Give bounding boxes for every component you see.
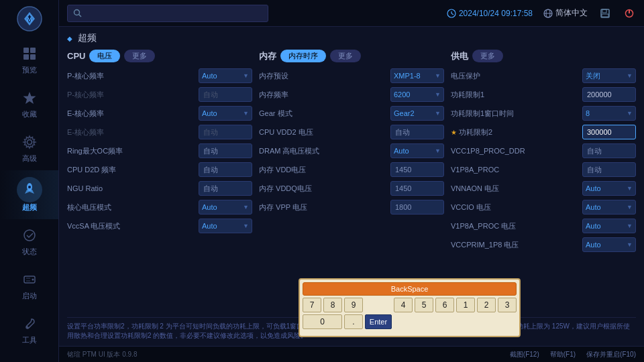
svg-text:M: M [27, 16, 32, 23]
table-row: Gear 模式 Gear2▼ [259, 105, 444, 121]
row-label: CPU VDD2 电压 [259, 127, 386, 137]
numpad-key-0[interactable]: 0 [303, 314, 342, 329]
sidebar-item-preview[interactable]: 预览 [0, 38, 58, 82]
mem-timing-btn[interactable]: 内存时序 [280, 50, 326, 62]
sidebar-item-label: 启动 [22, 291, 37, 301]
numpad-enter-btn[interactable]: Enter [365, 314, 392, 329]
screenshot-btn[interactable]: 截图(F12) [510, 350, 539, 359]
svg-rect-27 [602, 14, 608, 17]
power-more-btn[interactable]: 更多 [472, 50, 503, 62]
help-btn[interactable]: 帮助(F1) [550, 350, 576, 359]
table-row: 内存频率 6200▼ [259, 86, 444, 103]
vccprim-select[interactable]: Auto▼ [582, 237, 636, 252]
sidebar-item-overclock[interactable]: 超频 [0, 170, 58, 219]
star-icon [20, 88, 39, 107]
table-row: V1P8A_PROC 电压 Auto▼ [451, 218, 636, 234]
row-label: V1P8A_PROC [451, 166, 578, 174]
sidebar-item-advanced[interactable]: 高级 [0, 126, 58, 170]
table-row: 功耗限制1窗口时间 8▼ [451, 105, 636, 121]
title-diamond: ◆ [67, 35, 72, 42]
row-label: V1P8A_PROC 电压 [451, 221, 578, 231]
gear-mode-select[interactable]: Gear2▼ [390, 106, 444, 121]
v1p8a-proc-select[interactable]: Auto▼ [582, 219, 636, 233]
svg-rect-4 [23, 54, 29, 60]
numpad-key-9[interactable]: 9 [344, 298, 363, 312]
status-bar: 铭瑄 PTM UI 版本 0.9.8 截图(F12) 帮助(F1) 保存并重启(… [59, 346, 644, 362]
lang-selector[interactable]: 简体中文 [543, 7, 588, 19]
numpad-key-6[interactable]: 6 [435, 298, 454, 312]
cpu-header: CPU 电压 更多 [67, 50, 252, 62]
numpad-key-5[interactable]: 5 [415, 298, 433, 312]
memory-header: 内存 内存时序 更多 [259, 50, 444, 62]
memory-column: 内存 内存时序 更多 内存预设 XMP1-8▼ 内存频率 6200▼ [259, 50, 444, 317]
cpu-voltage-btn[interactable]: 电压 [89, 50, 120, 62]
mem-vpp-value: 1800 [390, 200, 444, 215]
numpad-key-4[interactable]: 4 [394, 298, 413, 312]
sidebar-item-boot[interactable]: 启动 [0, 263, 58, 308]
sidebar-item-status[interactable]: 状态 [0, 219, 58, 263]
save-icon[interactable] [598, 7, 612, 20]
dram-hv-select[interactable]: Auto▼ [390, 143, 444, 158]
sidebar-item-favorites[interactable]: 收藏 [0, 82, 58, 126]
cpu-more-btn[interactable]: 更多 [124, 50, 155, 62]
numpad-backspace-btn[interactable]: BackSpace [303, 282, 517, 296]
row-label: DRAM 高电压模式 [259, 146, 386, 156]
search-box[interactable] [67, 5, 268, 22]
power-icon[interactable] [623, 7, 636, 20]
core-volt-select[interactable]: Auto▼ [199, 200, 252, 215]
power-limit2-input[interactable]: 300000 [582, 125, 636, 139]
version-text: 铭瑄 PTM UI 版本 0.9.8 [67, 350, 137, 359]
vccio-select[interactable]: Auto▼ [582, 200, 636, 215]
columns: CPU 电压 更多 P-核心频率 Auto▼ P-核心频率 自动 E-核心频率 [67, 50, 636, 317]
table-row: E-核心频率 Auto▼ [67, 105, 252, 121]
table-row: P-核心频率 自动 [67, 86, 252, 103]
svg-point-17 [74, 9, 80, 15]
table-row: 电压保护 关闭▼ [451, 68, 636, 84]
e-core-freq-select[interactable]: Auto▼ [199, 106, 252, 121]
lang-text: 简体中文 [555, 7, 588, 19]
numpad-key-1[interactable]: 1 [456, 298, 475, 312]
sidebar-item-tools[interactable]: 工具 [0, 308, 58, 352]
table-row: 核心电压模式 Auto▼ [67, 199, 252, 215]
svg-rect-5 [30, 54, 36, 60]
numpad-key-7[interactable]: 7 [303, 298, 321, 312]
sidebar-item-label: 高级 [22, 154, 37, 164]
search-input[interactable] [87, 9, 262, 18]
vdd2-value: 自动 [390, 125, 444, 139]
numpad-key-3[interactable]: 3 [498, 298, 517, 312]
power-limit1-window-select[interactable]: 8▼ [582, 106, 636, 121]
vnnaon-select[interactable]: Auto▼ [582, 181, 636, 196]
table-row: VCC1P8_PROC_DDR 自动 [451, 143, 636, 159]
numpad-key-8[interactable]: 8 [323, 298, 342, 312]
row-label: E-核心频率 [67, 127, 195, 137]
row-label: 功耗限制1 [451, 90, 578, 100]
ngu-value: 自动 [199, 181, 252, 196]
numpad-key-dot[interactable]: . [344, 314, 363, 329]
save-restart-btn[interactable]: 保存并重启(F10) [586, 350, 636, 359]
numpad[interactable]: BackSpace 7 8 9 4 5 6 1 2 3 0 . Enter [299, 278, 521, 337]
p-core-freq-select[interactable]: Auto▼ [199, 68, 252, 83]
wrench-icon [20, 314, 39, 333]
svg-line-18 [79, 14, 82, 17]
power-limit1-input[interactable]: 200000 [582, 87, 636, 102]
svg-point-13 [32, 279, 34, 281]
volt-protect-select[interactable]: 关闭▼ [582, 68, 636, 83]
row-label: CPU D2D 频率 [67, 165, 195, 175]
row-label: Ring最大OC频率 [67, 146, 195, 156]
mem-freq-select[interactable]: 6200▼ [390, 87, 444, 102]
table-row: 功耗限制1 200000 [451, 86, 636, 103]
numpad-row-4: 0 . Enter [303, 314, 392, 329]
table-row: ★ 功耗限制2 300000 [451, 124, 636, 140]
datetime-text: 2024/10/24 09:17:58 [459, 9, 533, 18]
vccsa-select[interactable]: Auto▼ [199, 219, 252, 233]
svg-marker-9 [25, 190, 34, 194]
mem-more-btn[interactable]: 更多 [330, 50, 361, 62]
sidebar-item-label: 工具 [22, 335, 37, 345]
table-row: CPU D2D 频率 自动 [67, 162, 252, 178]
numpad-key-2[interactable]: 2 [477, 298, 496, 312]
p-core-freq-value: 自动 [199, 87, 252, 102]
svg-point-10 [28, 186, 31, 188]
datetime: 2024/10/24 09:17:58 [447, 9, 533, 18]
table-row: DRAM 高电压模式 Auto▼ [259, 143, 444, 159]
mem-preset-select[interactable]: XMP1-8▼ [390, 68, 444, 83]
